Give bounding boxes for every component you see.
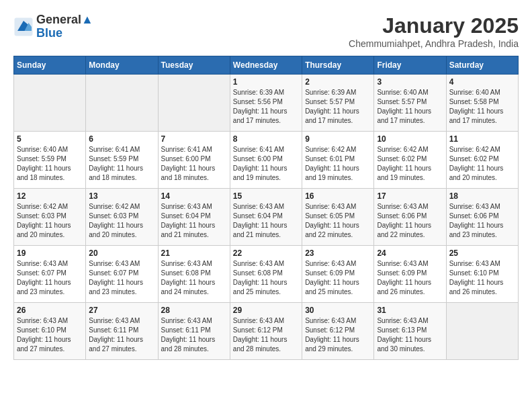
calendar-cell: 3Sunrise: 6:40 AM Sunset: 5:57 PM Daylig… bbox=[374, 75, 446, 132]
calendar-cell bbox=[446, 303, 518, 360]
calendar-cell: 7Sunrise: 6:41 AM Sunset: 6:00 PM Daylig… bbox=[158, 132, 230, 189]
day-number: 19 bbox=[17, 248, 83, 258]
day-info: Sunrise: 6:41 AM Sunset: 5:59 PM Dayligh… bbox=[89, 145, 154, 183]
day-info: Sunrise: 6:43 AM Sunset: 6:09 PM Dayligh… bbox=[305, 259, 371, 297]
day-info: Sunrise: 6:39 AM Sunset: 5:57 PM Dayligh… bbox=[305, 88, 371, 126]
calendar-cell bbox=[14, 75, 86, 132]
calendar-cell: 29Sunrise: 6:43 AM Sunset: 6:12 PM Dayli… bbox=[230, 303, 302, 360]
day-info: Sunrise: 6:40 AM Sunset: 5:57 PM Dayligh… bbox=[377, 88, 443, 126]
day-of-week-header: Friday bbox=[374, 56, 446, 75]
day-info: Sunrise: 6:43 AM Sunset: 6:04 PM Dayligh… bbox=[161, 202, 227, 240]
day-number: 3 bbox=[377, 77, 443, 87]
calendar-cell: 11Sunrise: 6:42 AM Sunset: 6:02 PM Dayli… bbox=[446, 132, 518, 189]
day-info: Sunrise: 6:41 AM Sunset: 6:00 PM Dayligh… bbox=[161, 145, 227, 183]
location-subtitle: Chemmumiahpet, Andhra Pradesh, India bbox=[349, 38, 519, 49]
day-of-week-header: Thursday bbox=[302, 56, 374, 75]
calendar-cell: 16Sunrise: 6:43 AM Sunset: 6:05 PM Dayli… bbox=[302, 189, 374, 246]
logo-text: General▲ Blue bbox=[36, 13, 93, 40]
day-info: Sunrise: 6:43 AM Sunset: 6:09 PM Dayligh… bbox=[377, 259, 443, 297]
calendar-week-row: 19Sunrise: 6:43 AM Sunset: 6:07 PM Dayli… bbox=[14, 246, 519, 303]
calendar-cell: 10Sunrise: 6:42 AM Sunset: 6:02 PM Dayli… bbox=[374, 132, 446, 189]
day-info: Sunrise: 6:43 AM Sunset: 6:10 PM Dayligh… bbox=[449, 259, 515, 297]
calendar-cell: 27Sunrise: 6:43 AM Sunset: 6:11 PM Dayli… bbox=[86, 303, 158, 360]
day-number: 20 bbox=[89, 248, 154, 258]
day-info: Sunrise: 6:42 AM Sunset: 6:03 PM Dayligh… bbox=[17, 202, 83, 240]
day-info: Sunrise: 6:43 AM Sunset: 6:08 PM Dayligh… bbox=[161, 259, 227, 297]
day-number: 26 bbox=[17, 306, 83, 315]
day-of-week-header: Sunday bbox=[14, 56, 86, 75]
calendar-cell: 26Sunrise: 6:43 AM Sunset: 6:10 PM Dayli… bbox=[14, 303, 86, 360]
day-info: Sunrise: 6:41 AM Sunset: 6:00 PM Dayligh… bbox=[233, 145, 299, 183]
day-info: Sunrise: 6:43 AM Sunset: 6:11 PM Dayligh… bbox=[161, 316, 227, 354]
day-info: Sunrise: 6:43 AM Sunset: 6:06 PM Dayligh… bbox=[377, 202, 443, 240]
day-number: 10 bbox=[377, 134, 443, 144]
day-of-week-header: Saturday bbox=[446, 56, 518, 75]
logo: General▲ Blue bbox=[13, 13, 93, 40]
calendar-cell: 30Sunrise: 6:43 AM Sunset: 6:12 PM Dayli… bbox=[302, 303, 374, 360]
day-info: Sunrise: 6:43 AM Sunset: 6:05 PM Dayligh… bbox=[305, 202, 371, 240]
calendar-cell: 20Sunrise: 6:43 AM Sunset: 6:07 PM Dayli… bbox=[86, 246, 158, 303]
day-info: Sunrise: 6:43 AM Sunset: 6:12 PM Dayligh… bbox=[233, 316, 299, 354]
day-info: Sunrise: 6:43 AM Sunset: 6:06 PM Dayligh… bbox=[449, 202, 515, 240]
day-number: 22 bbox=[233, 248, 299, 258]
day-number: 6 bbox=[89, 134, 154, 144]
calendar-table: SundayMondayTuesdayWednesdayThursdayFrid… bbox=[13, 56, 519, 360]
day-info: Sunrise: 6:43 AM Sunset: 6:07 PM Dayligh… bbox=[89, 259, 154, 297]
day-info: Sunrise: 6:43 AM Sunset: 6:07 PM Dayligh… bbox=[17, 259, 83, 297]
calendar-cell: 8Sunrise: 6:41 AM Sunset: 6:00 PM Daylig… bbox=[230, 132, 302, 189]
calendar-cell: 22Sunrise: 6:43 AM Sunset: 6:08 PM Dayli… bbox=[230, 246, 302, 303]
day-number: 17 bbox=[377, 191, 443, 201]
calendar-cell: 23Sunrise: 6:43 AM Sunset: 6:09 PM Dayli… bbox=[302, 246, 374, 303]
day-info: Sunrise: 6:42 AM Sunset: 6:02 PM Dayligh… bbox=[449, 145, 515, 183]
calendar-cell: 24Sunrise: 6:43 AM Sunset: 6:09 PM Dayli… bbox=[374, 246, 446, 303]
calendar-cell: 4Sunrise: 6:40 AM Sunset: 5:58 PM Daylig… bbox=[446, 75, 518, 132]
day-number: 25 bbox=[449, 248, 515, 258]
day-info: Sunrise: 6:43 AM Sunset: 6:04 PM Dayligh… bbox=[233, 202, 299, 240]
calendar-cell: 2Sunrise: 6:39 AM Sunset: 5:57 PM Daylig… bbox=[302, 75, 374, 132]
day-number: 16 bbox=[305, 191, 371, 201]
day-of-week-header: Monday bbox=[86, 56, 158, 75]
calendar-cell: 13Sunrise: 6:42 AM Sunset: 6:03 PM Dayli… bbox=[86, 189, 158, 246]
calendar-cell: 5Sunrise: 6:40 AM Sunset: 5:59 PM Daylig… bbox=[14, 132, 86, 189]
calendar-cell: 31Sunrise: 6:43 AM Sunset: 6:13 PM Dayli… bbox=[374, 303, 446, 360]
day-number: 2 bbox=[305, 77, 371, 87]
day-number: 13 bbox=[89, 191, 154, 201]
day-info: Sunrise: 6:43 AM Sunset: 6:08 PM Dayligh… bbox=[233, 259, 299, 297]
day-number: 9 bbox=[305, 134, 371, 144]
day-number: 30 bbox=[305, 306, 371, 315]
day-info: Sunrise: 6:42 AM Sunset: 6:03 PM Dayligh… bbox=[89, 202, 154, 240]
calendar-cell: 28Sunrise: 6:43 AM Sunset: 6:11 PM Dayli… bbox=[158, 303, 230, 360]
day-info: Sunrise: 6:43 AM Sunset: 6:10 PM Dayligh… bbox=[17, 316, 83, 354]
logo-icon bbox=[13, 17, 34, 37]
day-number: 1 bbox=[233, 77, 299, 87]
calendar-cell: 17Sunrise: 6:43 AM Sunset: 6:06 PM Dayli… bbox=[374, 189, 446, 246]
calendar-cell: 25Sunrise: 6:43 AM Sunset: 6:10 PM Dayli… bbox=[446, 246, 518, 303]
calendar-week-row: 5Sunrise: 6:40 AM Sunset: 5:59 PM Daylig… bbox=[14, 132, 519, 189]
day-info: Sunrise: 6:43 AM Sunset: 6:12 PM Dayligh… bbox=[305, 316, 371, 354]
day-number: 15 bbox=[233, 191, 299, 201]
calendar-header-row: SundayMondayTuesdayWednesdayThursdayFrid… bbox=[14, 56, 519, 75]
day-info: Sunrise: 6:40 AM Sunset: 5:58 PM Dayligh… bbox=[449, 88, 515, 126]
day-number: 24 bbox=[377, 248, 443, 258]
day-info: Sunrise: 6:40 AM Sunset: 5:59 PM Dayligh… bbox=[17, 145, 83, 183]
calendar-cell: 19Sunrise: 6:43 AM Sunset: 6:07 PM Dayli… bbox=[14, 246, 86, 303]
calendar-cell: 9Sunrise: 6:42 AM Sunset: 6:01 PM Daylig… bbox=[302, 132, 374, 189]
day-info: Sunrise: 6:43 AM Sunset: 6:11 PM Dayligh… bbox=[89, 316, 154, 354]
calendar-cell: 6Sunrise: 6:41 AM Sunset: 5:59 PM Daylig… bbox=[86, 132, 158, 189]
day-number: 7 bbox=[161, 134, 227, 144]
calendar-week-row: 26Sunrise: 6:43 AM Sunset: 6:10 PM Dayli… bbox=[14, 303, 519, 360]
day-number: 27 bbox=[89, 306, 154, 315]
calendar-cell: 18Sunrise: 6:43 AM Sunset: 6:06 PM Dayli… bbox=[446, 189, 518, 246]
calendar-cell bbox=[86, 75, 158, 132]
day-info: Sunrise: 6:42 AM Sunset: 6:01 PM Dayligh… bbox=[305, 145, 371, 183]
day-number: 29 bbox=[233, 306, 299, 315]
title-block: January 2025 Chemmumiahpet, Andhra Prade… bbox=[349, 13, 519, 49]
day-of-week-header: Wednesday bbox=[230, 56, 302, 75]
day-number: 12 bbox=[17, 191, 83, 201]
day-info: Sunrise: 6:42 AM Sunset: 6:02 PM Dayligh… bbox=[377, 145, 443, 183]
calendar-cell: 21Sunrise: 6:43 AM Sunset: 6:08 PM Dayli… bbox=[158, 246, 230, 303]
day-of-week-header: Tuesday bbox=[158, 56, 230, 75]
day-number: 4 bbox=[449, 77, 515, 87]
calendar-cell bbox=[158, 75, 230, 132]
calendar-cell: 14Sunrise: 6:43 AM Sunset: 6:04 PM Dayli… bbox=[158, 189, 230, 246]
